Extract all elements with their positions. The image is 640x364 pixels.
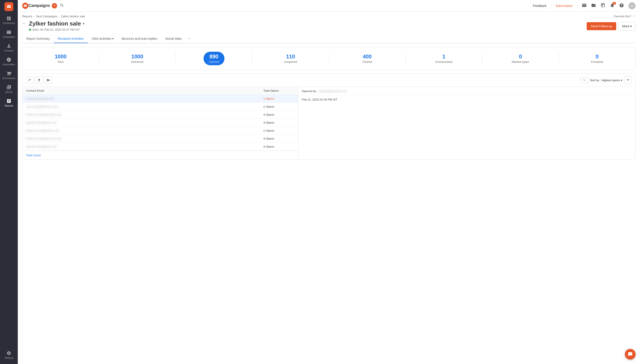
app-logo — [5, 2, 13, 11]
click-activities-chevron-icon: ▾ — [112, 37, 114, 40]
tabs: Report Summary Recipient Activities Clic… — [22, 34, 635, 44]
stat-delivered-number: 1000 — [131, 54, 143, 60]
stat-spam-number: 0 — [519, 54, 522, 60]
stat-unopened-label: Unopened — [284, 60, 297, 64]
more-button[interactable]: More ▾ — [618, 22, 635, 30]
stat-marked-spam[interactable]: 0 Marked spam — [482, 52, 559, 64]
stats-bar: 1000 Sent 1000 Delivered 890 Opened 110 … — [22, 47, 635, 70]
folder-icon[interactable] — [591, 3, 596, 8]
stat-opened[interactable]: 890 Opened — [176, 51, 253, 66]
contact-email: smith.domain@domain.com — [26, 113, 263, 116]
stat-unsubscribes[interactable]: 1 Unsubscribes — [405, 52, 482, 64]
sort-chevron-icon: ▾ — [621, 78, 622, 82]
contact-email: smith.domain@domain.com — [26, 137, 263, 140]
table-row[interactable]: smith.domain@domain.com 4 Opens — [23, 111, 298, 119]
sidebar-item-library[interactable]: Library — [0, 82, 18, 96]
back-button[interactable]: ← — [22, 21, 26, 26]
table-toolbar: Sort by : Highest opens ▾ — [23, 74, 635, 87]
search-icon[interactable] — [60, 3, 64, 8]
campaign-title-row: ← Zylker fashion sale ▾ — [22, 20, 84, 27]
avatar[interactable]: U — [628, 2, 635, 9]
help-icon[interactable] — [619, 3, 624, 8]
follow-up-button[interactable]: Send Follow-up — [587, 22, 616, 30]
sidebar-item-contacts[interactable]: Contacts — [0, 41, 18, 54]
sidebar-item-ecommerce[interactable]: Ecommerce — [0, 68, 18, 82]
stat-spam-label: Marked spam — [512, 60, 529, 64]
table-row[interactable]: user.name@domain.com 2 Opens — [23, 103, 298, 111]
download-button[interactable] — [35, 76, 43, 84]
content-area: Reports › Sent Campaigns › Zylker fashio… — [18, 12, 640, 364]
contact-email: email.name@domain.com — [26, 129, 263, 132]
sidebar-item-campaigns[interactable]: Campaigns — [0, 27, 18, 41]
opens-count: 1 Opens — [263, 97, 294, 100]
table-row[interactable]: sparkle.info@gmail.com 3 Opens — [23, 143, 298, 151]
topnav: Campaigns + Feedback Subscription 9 — [18, 0, 640, 12]
breadcrumb-reports[interactable]: Reports — [22, 15, 33, 18]
stat-opened-label: Opened — [209, 60, 219, 64]
subscription-link[interactable]: Subscription — [556, 4, 573, 8]
favorite-heart-icon[interactable]: ♡ — [632, 14, 635, 18]
campaign-title: Zylker fashion sale — [29, 20, 81, 27]
tab-social-stats[interactable]: Social Stats — [161, 34, 186, 43]
stat-forwards-label: Forwards — [591, 60, 603, 64]
detail-email: contact@domain.com — [319, 90, 347, 93]
sidebar-item-reports[interactable]: Reports — [0, 96, 18, 110]
stat-delivered-label: Delivered — [131, 60, 143, 64]
campaign-header: ← Zylker fashion sale ▾ Sent On Feb 21, … — [18, 18, 640, 31]
advanced-filter-button[interactable] — [624, 76, 632, 84]
table-row[interactable]: sparkle.info@gmail.com 3 Opens — [23, 119, 298, 127]
topnav-right: Feedback Subscription 9 U — [533, 2, 635, 9]
tabs-more-icon[interactable]: ··· — [186, 34, 193, 43]
contact-email: contact@domain.com — [26, 97, 263, 100]
nav-divider — [551, 2, 551, 9]
stat-sent-number: 1000 — [55, 54, 66, 60]
sidebar-item-dashboard[interactable]: Dashboard — [0, 13, 18, 27]
table-header-left: Contact Email Total Opens — [23, 87, 298, 95]
tab-report-summary[interactable]: Report Summary — [22, 34, 54, 43]
campaign-date: On Feb 21, 2022 02:37 PM IST — [40, 28, 80, 31]
campaign-dropdown-icon[interactable]: ▾ — [83, 22, 84, 26]
stat-clicked[interactable]: 400 Clicked — [329, 52, 406, 64]
stat-unopened-number: 110 — [286, 54, 295, 60]
stat-opened-pill: 890 Opened — [203, 52, 225, 65]
mail-queue-icon[interactable] — [582, 3, 587, 8]
contact-email: sparkle.info@gmail.com — [26, 145, 263, 148]
stat-sent[interactable]: 1000 Sent — [23, 52, 99, 64]
table-row[interactable]: smith.domain@domain.com 4 Opens — [23, 135, 298, 143]
tab-click-activities[interactable]: Click Activities ▾ — [88, 34, 118, 43]
feedback-link[interactable]: Feedback — [533, 4, 546, 8]
stat-delivered[interactable]: 1000 Delivered — [99, 52, 176, 64]
table-row[interactable]: email.name@domain.com 2 Opens — [23, 127, 298, 135]
recipients-table-area: Sort by : Highest opens ▾ Contact Email … — [22, 74, 635, 160]
chat-button[interactable] — [625, 349, 635, 360]
favorite-label: Favorite this? — [614, 15, 631, 18]
main-area: Campaigns + Feedback Subscription 9 — [18, 0, 640, 364]
notification-icon[interactable]: 9 — [610, 3, 615, 8]
stat-forwards[interactable]: 0 Forwards — [559, 52, 635, 64]
sidebar: Dashboard Campaigns Contacts Automation … — [0, 0, 18, 364]
sort-button[interactable]: Sort by : Highest opens ▾ — [590, 78, 622, 82]
stat-forwards-number: 0 — [595, 54, 598, 60]
stat-opened-number: 890 — [209, 54, 219, 60]
tab-bounces[interactable]: Bounces and Auto-replies — [118, 34, 161, 43]
sent-status-dot — [29, 29, 31, 31]
filter-list-button[interactable] — [26, 76, 34, 84]
search-box[interactable] — [580, 77, 588, 83]
calendar-icon[interactable] — [600, 3, 605, 8]
tab-recipient-activities[interactable]: Recipient Activities — [54, 34, 88, 43]
send-email-button[interactable] — [45, 76, 52, 84]
stat-unopened[interactable]: 110 Unopened — [253, 52, 329, 64]
breadcrumb-sent-campaigns[interactable]: Sent Campaigns — [36, 15, 57, 18]
table-row[interactable]: contact@domain.com 1 Opens — [23, 95, 298, 103]
sidebar-item-settings[interactable]: Settings — [3, 348, 15, 362]
opens-count: 4 Opens — [263, 137, 294, 140]
left-panel: Contact Email Total Opens contact@domain… — [23, 87, 298, 160]
sidebar-item-automation[interactable]: Automation — [0, 54, 18, 68]
stat-unsubscribes-number: 1 — [443, 54, 445, 60]
add-button[interactable]: + — [52, 3, 57, 8]
breadcrumb: Reports › Sent Campaigns › Zylker fashio… — [18, 12, 640, 18]
total-count-link[interactable]: Total Count — [23, 151, 298, 160]
opens-count: 2 Opens — [263, 105, 294, 108]
contact-email: user.name@domain.com — [26, 105, 263, 108]
notif-count: 9 — [612, 2, 616, 5]
